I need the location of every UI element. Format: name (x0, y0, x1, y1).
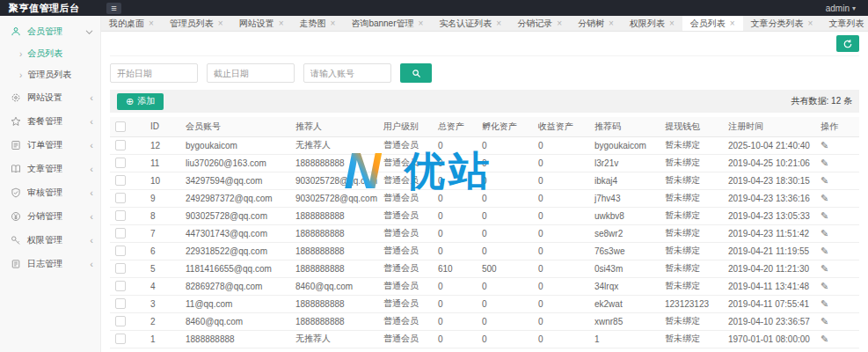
tab-咨询banner管理[interactable]: 咨询banner管理× (343, 16, 431, 31)
sidebar-item-audit-management[interactable]: 审核管理 ‹ (0, 180, 100, 204)
row-checkbox[interactable] (115, 210, 126, 221)
tab-close-icon[interactable]: × (557, 18, 562, 28)
sidebar-item-log-management[interactable]: 日志管理 ‹ (0, 252, 100, 275)
edit-icon[interactable]: ✎ (821, 316, 828, 326)
tab-close-icon[interactable]: × (496, 18, 501, 28)
edit-icon[interactable]: ✎ (821, 140, 828, 150)
cell-income: 0 (533, 295, 589, 312)
search-button[interactable] (400, 63, 432, 83)
refresh-button[interactable] (836, 35, 859, 52)
edit-icon[interactable]: ✎ (821, 175, 828, 186)
cell-time: 2019-04-20 11:21:30 (723, 260, 815, 277)
col-wallet: 提现钱包 (660, 117, 723, 136)
edit-icon[interactable]: ✎ (821, 193, 828, 203)
edit-icon[interactable]: ✎ (821, 210, 828, 221)
row-checkbox[interactable] (115, 140, 126, 150)
tab-文章列表[interactable]: 文章列表× (821, 16, 868, 31)
tab-close-icon[interactable]: × (279, 18, 284, 28)
cell-total: 0 (433, 172, 477, 189)
cell-level: 普通会员 (378, 330, 433, 348)
sidebar-item-article-management[interactable]: 文章管理 ‹ (0, 157, 100, 180)
row-checkbox[interactable] (115, 246, 126, 256)
tab-会员列表[interactable]: 会员列表× (682, 16, 743, 31)
add-button[interactable]: ⊕ 添加 (117, 93, 164, 110)
tab-close-icon[interactable]: × (730, 18, 735, 28)
tab-网站设置[interactable]: 网站设置× (231, 16, 292, 31)
edit-icon[interactable]: ✎ (821, 263, 828, 274)
total-count: 共有数据: 12 条 (791, 95, 852, 107)
tab-实名认证列表[interactable]: 实名认证列表× (431, 16, 509, 31)
row-checkbox[interactable] (115, 316, 126, 326)
select-all-checkbox[interactable] (115, 121, 126, 132)
col-level: 用户级别 (378, 117, 433, 136)
edit-icon[interactable]: ✎ (821, 228, 828, 238)
tab-close-icon[interactable]: × (331, 18, 336, 28)
row-checkbox[interactable] (115, 334, 126, 344)
cell-level: 普通会员 (378, 154, 433, 172)
tab-close-icon[interactable]: × (669, 18, 675, 28)
sidebar-item-distribution-management[interactable]: 分销管理 ‹ (0, 204, 100, 228)
tab-管理员列表[interactable]: 管理员列表× (162, 16, 231, 31)
user-menu[interactable]: admin ▾ (826, 4, 868, 13)
sidebar-item-permission-management[interactable]: 权限管理 ‹ (0, 228, 100, 252)
sidebar-item-package-management[interactable]: 套餐管理 ‹ (0, 109, 100, 133)
table-row: 8903025728@qq.com1888888888普通会员000uwkbv8… (110, 207, 859, 224)
sub-arrow-icon: › (19, 70, 22, 80)
cell-hatch: 0 (477, 189, 533, 207)
cell-income: 0 (533, 330, 589, 348)
edit-icon[interactable]: ✎ (821, 334, 828, 344)
edit-icon[interactable]: ✎ (821, 298, 828, 309)
sidebar-subitem-member-list[interactable]: › 会员列表 (0, 43, 100, 64)
tab-分销记录[interactable]: 分销记录× (509, 16, 570, 31)
cell-wallet: 暂未绑定 (660, 136, 723, 154)
chevron-left-icon: ‹ (90, 211, 93, 222)
tab-分销树[interactable]: 分销树× (570, 16, 622, 31)
row-checkbox[interactable] (115, 298, 126, 309)
end-date-input[interactable] (207, 63, 295, 83)
sidebar-item-order-management[interactable]: 订单管理 ‹ (0, 133, 100, 157)
sidebar-item-member-management[interactable]: 会员管理 (0, 19, 100, 43)
tab-我的桌面[interactable]: 我的桌面× (101, 16, 162, 31)
row-checkbox[interactable] (115, 175, 126, 186)
sidebar-item-site-settings[interactable]: 网站设置 ‹ (0, 85, 100, 109)
edit-icon[interactable]: ✎ (821, 246, 828, 256)
row-checkbox[interactable] (115, 263, 126, 274)
search-icon (412, 69, 421, 78)
tab-close-icon[interactable]: × (419, 18, 424, 28)
edit-icon[interactable]: ✎ (821, 281, 828, 291)
cell-wallet: 暂未绑定 (660, 207, 723, 224)
tab-label: 文章列表 (828, 18, 864, 30)
account-input[interactable] (303, 63, 391, 83)
cell-account: 229318522@qq.com (180, 242, 290, 260)
tab-close-icon[interactable]: × (609, 18, 614, 28)
row-checkbox[interactable] (115, 193, 126, 203)
cell-code: 1 (589, 330, 660, 348)
cell-time: 2019-04-25 10:21:06 (723, 154, 815, 172)
cell-id: 8 (145, 207, 180, 224)
tab-close-icon[interactable]: × (149, 18, 154, 28)
cell-account: 447301743@qq.com (180, 224, 290, 242)
tab-close-icon[interactable]: × (218, 18, 223, 28)
sidebar-subitem-admin-list[interactable]: › 管理员列表 (0, 64, 100, 85)
cell-id: 1 (145, 330, 180, 348)
cell-total: 0 (433, 154, 477, 172)
row-checkbox[interactable] (115, 228, 126, 238)
tab-权限列表[interactable]: 权限列表× (622, 16, 682, 31)
table-header-row: ID 会员账号 推荐人 用户级别 总资产 孵化资产 收益资产 推荐码 提现钱包 … (110, 117, 859, 136)
cell-hatch: 0 (477, 277, 533, 295)
cell-id: 6 (145, 242, 180, 260)
hamburger-icon[interactable]: ≡ (106, 3, 121, 14)
edit-icon[interactable]: ✎ (821, 158, 828, 168)
cell-total: 0 (433, 189, 477, 207)
cell-hatch: 0 (477, 330, 533, 348)
start-date-input[interactable] (110, 63, 198, 83)
cell-income: 0 (533, 154, 589, 172)
tab-文章分类列表[interactable]: 文章分类列表× (743, 16, 821, 31)
row-checkbox[interactable] (115, 158, 126, 168)
tab-走势图[interactable]: 走势图× (292, 16, 344, 31)
cell-time: 2019-04-21 11:19:55 (723, 242, 815, 260)
cell-total: 0 (433, 312, 477, 330)
distribution-icon (11, 211, 21, 222)
tab-close-icon[interactable]: × (808, 18, 813, 28)
row-checkbox[interactable] (115, 281, 126, 291)
